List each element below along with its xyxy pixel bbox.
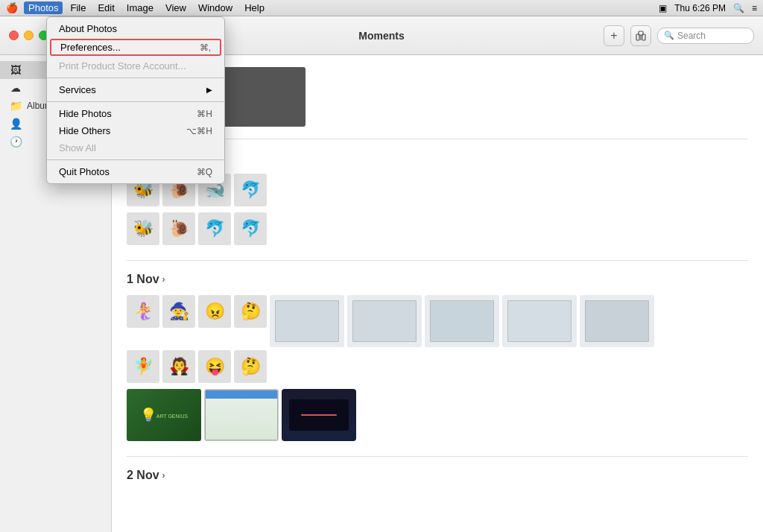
- photo-green-board[interactable]: 💡 ART GENIUS: [127, 389, 201, 441]
- window-menu[interactable]: Window: [194, 1, 237, 14]
- photo-wizard[interactable]: 🧙: [162, 295, 195, 328]
- view-menu[interactable]: View: [161, 1, 191, 14]
- nov1-row3: 💡 ART GENIUS: [127, 389, 748, 441]
- albums-icon: 📁: [9, 100, 22, 112]
- chevron-right-icon-2: ›: [162, 274, 165, 285]
- shared-icon: ☁: [9, 82, 22, 94]
- menu-separator-3: [47, 159, 224, 160]
- menu-item-about-photos[interactable]: About Photos: [47, 20, 224, 37]
- menu-bar: 🍎 Photos File Edit Image View Window Hel…: [0, 0, 763, 16]
- search-icon: 🔍: [664, 31, 674, 40]
- apple-menu[interactable]: 🍎: [6, 2, 18, 14]
- menu-item-print-store: Print Product Store Account...: [47, 57, 224, 75]
- photo-bee-2[interactable]: 🐝: [127, 212, 159, 245]
- menu-item-hide-photos[interactable]: Hide Photos ⌘H: [47, 105, 224, 122]
- section-1-nov: 1 Nov › 🧜‍♀️ 🧙 😠 🤔: [127, 273, 748, 441]
- photo-dolphin-2[interactable]: 🐬: [198, 212, 231, 245]
- window-title: Moments: [358, 30, 404, 42]
- menu-item-preferences[interactable]: Preferences... ⌘,: [50, 39, 221, 56]
- menu-item-hide-others[interactable]: Hide Others ⌥⌘H: [47, 122, 224, 139]
- close-button[interactable]: [9, 31, 19, 40]
- menu-item-services[interactable]: Services ▶: [47, 81, 224, 98]
- memory-icon: 🕐: [9, 136, 22, 148]
- hide-photos-shortcut: ⌘H: [197, 109, 212, 119]
- date-header-2-nov[interactable]: 2 Nov ›: [127, 469, 748, 482]
- menu-item-show-all: Show All: [47, 139, 224, 156]
- menu-bar-list-icon[interactable]: ≡: [752, 3, 757, 13]
- search-placeholder: Search: [677, 31, 706, 41]
- hide-others-shortcut: ⌥⌘H: [186, 126, 212, 136]
- screenshot-5[interactable]: [580, 295, 654, 347]
- photo-snail-2[interactable]: 🐌: [162, 212, 195, 245]
- menu-item-quit-photos[interactable]: Quit Photos ⌘Q: [47, 163, 224, 180]
- screenshot-2[interactable]: [347, 295, 422, 347]
- section-divider-3: [127, 456, 748, 457]
- help-menu[interactable]: Help: [240, 1, 269, 14]
- search-box[interactable]: 🔍 Search: [657, 28, 754, 44]
- image-menu[interactable]: Image: [122, 1, 158, 14]
- menu-bar-time: Thu 6:26 PM: [674, 3, 726, 13]
- photo-angry[interactable]: 😠: [198, 295, 231, 328]
- photo-thinking[interactable]: 🤔: [234, 295, 267, 328]
- date-header-1-nov[interactable]: 1 Nov ›: [127, 273, 748, 286]
- screenshot-4[interactable]: [502, 295, 577, 347]
- photo-silly[interactable]: 😝: [198, 350, 231, 383]
- chevron-right-icon-3: ›: [162, 470, 165, 481]
- photos-icon: 🖼: [9, 64, 22, 76]
- section-divider-2: [127, 260, 748, 261]
- quit-photos-shortcut: ⌘Q: [197, 167, 212, 177]
- photo-fairy[interactable]: 🧚: [127, 350, 159, 383]
- menu-separator-2: [47, 101, 224, 102]
- photo-spreadsheet[interactable]: [204, 389, 279, 441]
- menu-separator-1: [47, 77, 224, 78]
- nov1-row2: 🧚 🧛 😝 🤔: [127, 350, 748, 383]
- nov1-row1: 🧜‍♀️ 🧙 😠 🤔: [127, 295, 748, 347]
- dropdown-menu: About Photos Preferences... ⌘, Print Pro…: [46, 16, 225, 184]
- services-arrow-icon: ▶: [206, 86, 212, 94]
- photo-dolphin-1[interactable]: 🐬: [234, 174, 267, 206]
- photo-vampire[interactable]: 🧛: [162, 350, 195, 383]
- menu-bar-icon1: ▣: [659, 3, 667, 13]
- share-button[interactable]: [630, 25, 651, 46]
- menu-bar-right: ▣ Thu 6:26 PM 🔍 ≡: [659, 3, 757, 13]
- section-2-nov: 2 Nov ›: [127, 469, 748, 482]
- screenshot-1[interactable]: [270, 295, 344, 347]
- photo-mermaid[interactable]: 🧜‍♀️: [127, 295, 159, 328]
- toolbar-actions: + 🔍 Search: [604, 25, 754, 46]
- menu-bar-search-icon[interactable]: 🔍: [733, 3, 744, 13]
- photo-thinking-2[interactable]: 🤔: [234, 350, 267, 383]
- photo-dolphin-3[interactable]: 🐬: [234, 212, 267, 245]
- people-icon: 👤: [9, 118, 22, 130]
- photos-menu[interactable]: Photos: [24, 1, 63, 14]
- screenshot-3[interactable]: [425, 295, 499, 347]
- file-menu[interactable]: File: [66, 1, 90, 14]
- edit-menu[interactable]: Edit: [93, 1, 118, 14]
- preferences-shortcut: ⌘,: [200, 42, 211, 53]
- photo-grid-31-oct-row2: 🐝 🐌 🐬 🐬: [127, 212, 748, 245]
- photo-dark-laptop[interactable]: [282, 389, 356, 441]
- minimize-button[interactable]: [24, 31, 34, 40]
- add-button[interactable]: +: [604, 25, 624, 46]
- traffic-lights: [9, 31, 48, 40]
